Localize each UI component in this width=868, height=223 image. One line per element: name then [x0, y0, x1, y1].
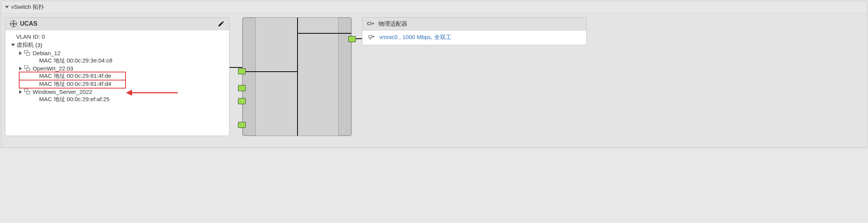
switch-wire [243, 71, 297, 72]
vm-port-icon [238, 85, 246, 91]
vswitch-topology-panel: vSwitch 拓扑 UCAS VLAN ID: 0 虚拟机 (3) [1, 1, 867, 148]
portgroup-body: VLAN ID: 0 虚拟机 (3) Debian_12 MAC 地址 00:0… [5, 30, 229, 107]
vm-name: OpenWrt_22.03 [33, 65, 73, 72]
edit-icon[interactable] [218, 20, 225, 27]
vm-port-icon [238, 122, 246, 128]
vm-item[interactable]: Windows_Server_2022 [19, 88, 225, 95]
vm-item[interactable]: OpenWrt_22.03 [19, 65, 225, 72]
svg-rect-2 [368, 22, 371, 25]
connector-line [230, 67, 242, 68]
collapse-icon [5, 6, 9, 8]
mac-line: MAC 地址 00:0c:29:3e:04:c8 [19, 57, 225, 65]
physical-adapters-header: 物理适配器 [362, 18, 586, 31]
vm-icon [24, 66, 30, 72]
vlan-id-line: VLAN ID: 0 [11, 33, 225, 41]
portgroup-header: UCAS [5, 18, 229, 30]
chevron-right-icon [19, 51, 22, 55]
physical-adapter-icon [367, 21, 375, 27]
physical-adapters-title: 物理适配器 [379, 20, 407, 28]
switch-left-strip [243, 18, 256, 136]
topology-canvas: UCAS VLAN ID: 0 虚拟机 (3) [1, 13, 867, 148]
vmnic-link[interactable]: vmnic0 , 1000 Mbps, 全双工 [379, 34, 451, 41]
portgroup-card: UCAS VLAN ID: 0 虚拟机 (3) [5, 17, 230, 136]
vm-port-icon [238, 98, 246, 104]
chevron-right-icon [19, 90, 22, 94]
section-header[interactable]: vSwitch 拓扑 [1, 1, 867, 13]
portgroup-title: UCAS [20, 20, 215, 27]
vm-group-count: (3) [35, 42, 42, 48]
physical-adapters-card: 物理适配器 vmnic0 , 1000 Mbps, 全双工 [362, 17, 587, 45]
network-icon [10, 20, 17, 27]
vm-list: Debian_12 MAC 地址 00:0c:29:3e:04:c8 OpenW… [11, 49, 225, 103]
vm-item[interactable]: Debian_12 [19, 49, 225, 57]
vm-name: Windows_Server_2022 [33, 89, 92, 95]
vm-icon [24, 50, 30, 56]
svg-rect-3 [369, 35, 372, 38]
vm-icon [24, 89, 30, 95]
vm-name: Debian_12 [33, 50, 61, 56]
uplink-port-icon [348, 36, 356, 42]
mac-line-highlight: MAC 地址 00:0c:29:81:4f:d4 [19, 80, 126, 88]
vlan-value: 0 [42, 33, 45, 40]
chevron-right-icon [19, 67, 22, 71]
vlan-label: VLAN ID: [16, 33, 40, 40]
nic-icon [368, 34, 375, 41]
vm-group-toggle[interactable]: 虚拟机 (3) [11, 41, 225, 49]
vswitch-diagram [242, 17, 352, 136]
chevron-down-icon [11, 44, 15, 46]
switch-wire [297, 33, 352, 34]
mac-line-highlight: MAC 地址 00:0c:29:81:4f:de [19, 72, 126, 80]
physical-adapters-body: vmnic0 , 1000 Mbps, 全双工 [362, 31, 586, 45]
vm-group-label: 虚拟机 [17, 41, 34, 49]
mac-line: MAC 地址 00:0c:29:ef:af:25 [19, 95, 225, 103]
vm-port-icon [238, 68, 246, 74]
section-title: vSwitch 拓扑 [11, 3, 44, 11]
switch-backplane [297, 18, 298, 136]
switch-right-strip [338, 18, 351, 136]
